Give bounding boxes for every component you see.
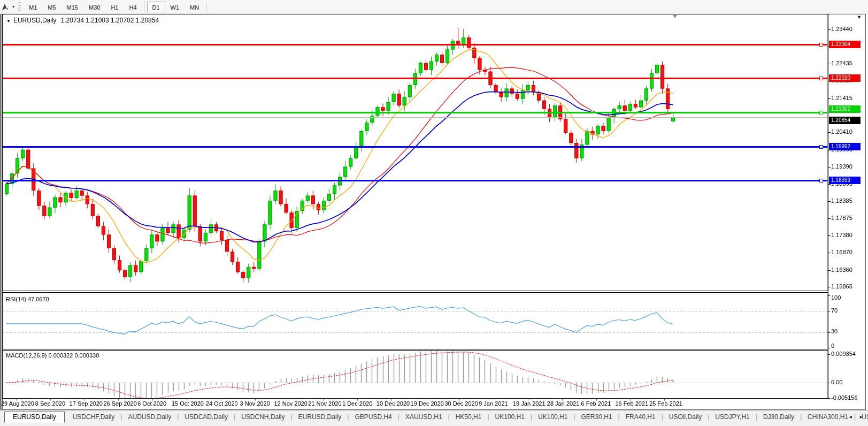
chart-tab[interactable]: EURUSD,Daily	[293, 412, 348, 422]
date-tick-label: 19 Jan 2021	[513, 400, 546, 407]
chart-tab[interactable]: GBPUSD,H4	[349, 412, 397, 422]
chart-tab[interactable]: XAUUSD,H1	[400, 412, 448, 422]
timeframe-button-H4[interactable]: H4	[124, 2, 142, 12]
price-tick-label: 1.22435	[831, 60, 852, 66]
chart-tab[interactable]: FRA40,H1	[620, 412, 662, 422]
macd-scale-max: 0.009354	[831, 351, 856, 357]
chart-tab-active[interactable]: EURUSD,Daily	[4, 412, 65, 423]
chart-tab[interactable]: AUDUSD,Daily	[122, 412, 178, 422]
price-tick-label: 1.23440	[831, 26, 852, 32]
timeframe-button-M15[interactable]: M15	[62, 2, 83, 12]
date-tick-label: 26 Sep 2020	[103, 400, 136, 407]
date-tick-label: 17 Sep 2020	[70, 400, 103, 407]
price-tick-label: 1.20410	[831, 128, 852, 135]
hline-price-tag[interactable]: 1.21002	[829, 105, 861, 113]
drawing-tool-icon[interactable]	[1, 2, 10, 12]
hline-price-tag[interactable]: 1.22010	[829, 74, 861, 82]
macd-scale-zero: 0.00	[831, 379, 842, 385]
chart-symbol-label: EURUSD,Daily	[13, 17, 57, 24]
price-tick-label: 1.18385	[831, 197, 852, 204]
hline-price-tag[interactable]: 1.19992	[829, 143, 861, 150]
chart-expand-icon[interactable]: ▼	[6, 19, 11, 24]
timeframe-button-M1[interactable]: M1	[24, 2, 42, 12]
timeframe-button-D1[interactable]: D1	[147, 2, 165, 12]
rsi-indicator-label: RSI(14) 47.0670	[6, 296, 49, 302]
price-tick-label: 1.17875	[831, 215, 852, 221]
chevron-down-icon[interactable]: ▼	[10, 5, 17, 9]
hline-price-tag[interactable]: 1.18999	[829, 177, 861, 184]
rsi-tick-label: 0	[831, 343, 834, 349]
timeframe-button-W1[interactable]: W1	[165, 2, 185, 12]
price-tick-label: 1.15865	[831, 283, 852, 290]
macd-indicator-label: MACD(12,26,9) 0.000322 0.000330	[6, 352, 99, 359]
timeframe-button-M5[interactable]: M5	[42, 2, 61, 12]
toolbar-grip[interactable]	[18, 2, 21, 12]
date-tick-label: 25 Feb 2021	[649, 400, 682, 407]
chart-tab-bar: EURUSD,DailyUSDCHF,Daily|AUDUSD,Daily|US…	[0, 410, 868, 426]
tabs-container: EURUSD,DailyUSDCHF,Daily|AUDUSD,Daily|US…	[2, 412, 868, 423]
chart-tab[interactable]: UK100,H1	[532, 412, 573, 422]
current-price-tag: 1.20854	[829, 117, 861, 124]
price-tick-label: 1.16360	[831, 267, 852, 273]
date-tick-label: 21 Nov 2020	[308, 400, 341, 407]
hline-price-tag[interactable]: 1.23004	[829, 41, 861, 48]
chart-tab[interactable]: USDJPY,H1	[709, 412, 755, 422]
rsi-tick-label: 70	[831, 307, 838, 314]
chart-tab[interactable]: HK50,H1	[450, 412, 488, 422]
toolbar-separator	[144, 2, 145, 12]
chart-tab[interactable]: USDCHF,Daily	[67, 412, 121, 422]
timeframe-button-M30[interactable]: M30	[83, 2, 105, 12]
date-tick-label: 28 Jan 2021	[547, 400, 580, 407]
date-tick-label: 12 Nov 2020	[274, 400, 307, 407]
date-tick-label: 3 Nov 2020	[240, 400, 270, 407]
price-tick-label: 1.17380	[831, 232, 852, 238]
date-tick-label: 8 Sep 2020	[35, 400, 65, 407]
tab-scroll-right-icon[interactable]: ►	[859, 414, 864, 420]
timeframe-button-MN[interactable]: MN	[185, 2, 204, 12]
chart-shift-marker-icon[interactable]: ▼	[857, 14, 862, 20]
chart-ohlc-values: 1.20734 1.21003 1.20702 1.20854	[61, 17, 159, 24]
chart-window: ▼EURUSD,Daily1.20734 1.21003 1.20702 1.2…	[2, 14, 866, 410]
timeframe-buttons-group: M1M5M15M30H1H4D1W1MN	[24, 2, 204, 12]
chart-tab[interactable]: USDCNH,Daily	[235, 412, 290, 422]
chart-tab[interactable]: UK100,H1	[489, 412, 531, 422]
date-tick-label: 19 Dec 2020	[411, 400, 444, 407]
date-tick-label: 6 Oct 2020	[137, 400, 166, 407]
date-tick-label: 30 Dec 2020	[444, 400, 478, 407]
date-tick-label: 1 Dec 2020	[342, 400, 372, 407]
price-tick-label: 1.21415	[831, 95, 852, 101]
date-tick-label: 6 Feb 2021	[581, 400, 611, 407]
tab-scroll-arrows: ◄ ►	[843, 414, 864, 420]
price-tick-label: 1.19390	[831, 163, 852, 170]
toolbar-separator	[206, 2, 207, 12]
timeframe-toolbar: ▼ M1M5M15M30H1H4D1W1MN	[0, 0, 868, 14]
rsi-tick-label: 100	[831, 294, 841, 301]
date-tick-label: 10 Dec 2020	[377, 400, 410, 407]
mt4-application: ▼ M1M5M15M30H1H4D1W1MN ▼EURUSD,Daily1.20…	[0, 0, 868, 426]
date-tick-label: 16 Feb 2021	[615, 400, 648, 407]
date-tick-label: 24 Oct 2020	[206, 400, 238, 407]
price-tick-label: 1.16870	[831, 249, 852, 255]
chart-tab[interactable]: GER30,H1	[575, 412, 618, 422]
timeframe-button-H1[interactable]: H1	[105, 2, 124, 12]
chart-tab[interactable]: USOil,Daily	[663, 412, 708, 422]
tab-scroll-left-icon[interactable]: ◄	[848, 414, 853, 420]
date-tick-label: 15 Oct 2020	[172, 400, 204, 407]
date-tick-label: 9 Jan 2021	[479, 400, 508, 407]
rsi-tick-label: 30	[831, 328, 838, 334]
date-tick-label: 29 Aug 2020	[1, 400, 34, 407]
chart-tab[interactable]: DJ30,Daily	[757, 412, 800, 422]
macd-scale-min: -0.005156	[831, 394, 858, 401]
chart-title: ▼EURUSD,Daily1.20734 1.21003 1.20702 1.2…	[6, 17, 159, 24]
chart-tab[interactable]: USDCAD,Daily	[179, 412, 234, 422]
chart-canvas[interactable]	[2, 14, 866, 410]
